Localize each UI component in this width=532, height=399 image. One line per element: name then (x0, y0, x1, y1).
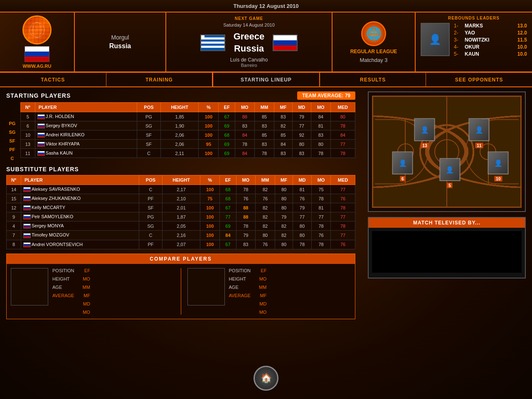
player-ef: 68 (219, 131, 235, 140)
player-mm: 85 (254, 112, 274, 121)
nav-results[interactable]: RESULTS (320, 73, 426, 86)
team-info-section: Morgul Russia (75, 12, 166, 71)
sub-player-md: 78 (293, 240, 311, 249)
compare-divider (181, 268, 181, 315)
referee-location: Barreiro (241, 63, 257, 68)
player-mo2: 81 (311, 121, 330, 131)
nav-see-opponents[interactable]: SEE OPPONENTS (426, 73, 532, 86)
court-player-token[interactable]: 👤 11 (468, 118, 490, 145)
table-row[interactable]: 12 Kelly MCCARTY SF 2,01 100 67 88 82 80… (7, 203, 355, 212)
sub-player-num: 4 (7, 222, 21, 231)
table-row[interactable]: 4 Sergey MONYA SG 2,05 100 69 78 82 82 8… (7, 222, 355, 231)
compare-player-1-stats: POSITION HEIGHT AGE AVERAGE EF MO MM MF … (52, 268, 175, 315)
sub-player-flag (23, 214, 31, 219)
nav-bar: TACTICS TRAINING STARTING LINEUP RESULTS… (0, 73, 532, 87)
court-player-token[interactable]: 👤 13 (413, 118, 436, 145)
court-player-num: 6 (400, 176, 406, 181)
player-num: 10 (20, 131, 35, 140)
matchday-label: Matchday 3 (360, 57, 387, 63)
player-pct: 95 (199, 140, 219, 149)
player-num: 11 (20, 149, 35, 158)
matchup-teams: Greece Russia (234, 31, 265, 54)
table-row[interactable]: 13 Viktor KHRYAPA SF 2,06 95 69 78 83 84… (20, 140, 355, 149)
sub-col-pos: POS (139, 175, 162, 185)
table-row[interactable]: 9 Petr SAMOYLENKO PG 1,87 100 77 88 82 7… (7, 212, 355, 222)
current-date: Thursday 12 August 2010 (233, 3, 298, 9)
nav-training[interactable]: TRAINING (106, 73, 213, 86)
sub-col-mo2: MO (311, 175, 330, 185)
pos-label: PG (6, 119, 18, 128)
court-player-photo-inner: 👤 (393, 152, 412, 173)
sub-player-pct: 100 (200, 203, 219, 212)
sub-player-pct: 100 (200, 222, 219, 231)
sub-player-ef: 84 (220, 231, 236, 240)
sub-player-name: Aleksey SAVRASENKO (21, 185, 139, 194)
sub-player-mo2: 77 (311, 212, 330, 222)
sub-player-mf: 80 (275, 185, 293, 194)
next-game-date: Saturday 14 August 2010 (223, 22, 275, 27)
player-med: 80 (330, 112, 355, 121)
matchup: Greece Russia (200, 31, 298, 54)
sub-player-ef: 69 (220, 222, 236, 231)
col-pct: % (199, 103, 219, 112)
col-num: Nº (20, 103, 35, 112)
court-player-token[interactable]: 👤 6 (391, 151, 414, 178)
sub-player-flag (23, 187, 31, 192)
player-height: 1,85 (160, 112, 199, 121)
sub-player-mo: 83 (236, 240, 255, 249)
televised-content (369, 228, 525, 278)
sub-player-med: 77 (331, 212, 355, 222)
home-button-container: 🏠 (254, 366, 278, 391)
player-flag (37, 133, 45, 138)
subs-players-table: Nº PLAYER POS HEIGHT % EF MO MM MF MD MO… (6, 175, 355, 249)
subs-title: SUBSTITUTE PLAYERS (6, 166, 355, 172)
rebound-name: YAO (465, 30, 515, 36)
player-ef: 69 (219, 121, 235, 131)
table-row[interactable]: 10 Andrei KIRILENKO SF 2,06 100 68 84 85… (20, 131, 355, 140)
court-player-num: 11 (475, 143, 483, 148)
player-mm: 78 (254, 149, 274, 158)
rebound-rank: 5- (454, 51, 462, 57)
compare-values-2: EF MO MM MF MD MO (259, 268, 266, 315)
referee-info: Luís de Carvalho Barreiro (230, 57, 268, 68)
nav-tactics[interactable]: TACTICS (0, 73, 106, 86)
table-row[interactable]: 11 Sasha KAUN C 2,11 100 69 84 78 83 83 … (20, 149, 355, 158)
sub-player-med: 76 (331, 194, 355, 203)
sub-player-pos: PF (139, 194, 162, 203)
player-mo: 78 (235, 140, 255, 149)
court-player-token[interactable]: 👤 5 (438, 158, 461, 185)
table-row[interactable]: 14 Aleksey SAVRASENKO C 2,17 100 68 78 8… (7, 185, 355, 194)
home-icon: 🏠 (261, 373, 272, 384)
compare-player-1: POSITION HEIGHT AGE AVERAGE EF MO MM MF … (11, 268, 175, 315)
table-row[interactable]: 7 Timofey MOZGOV C 2,16 100 84 79 80 82 … (7, 231, 355, 240)
rebound-value: 11.5 (517, 37, 527, 43)
player-mf: 84 (274, 140, 292, 149)
player-pos: C (137, 149, 160, 158)
player-height: 2,06 (160, 140, 199, 149)
player-mo2: 84 (311, 112, 330, 121)
sub-player-mo2: 78 (311, 240, 330, 249)
team-average: TEAM AVERAGE: 79 (297, 91, 355, 100)
next-game-label: NEXT GAME (235, 16, 263, 21)
nav-lineup: STARTING LINEUP (212, 73, 320, 86)
starting-section-header: STARTING PLAYERS TEAM AVERAGE: 79 (6, 91, 355, 100)
player-med: 77 (330, 140, 355, 149)
home-button[interactable]: 🏠 (254, 366, 278, 391)
table-row[interactable]: 8 Andrei VORONTSEVICH PF 2,07 100 67 83 … (7, 240, 355, 249)
player-ef: 69 (219, 140, 235, 149)
table-row[interactable]: 6 Sergey BYKOV SG 1,90 100 69 83 83 82 7… (20, 121, 355, 131)
table-row[interactable]: 5 J.R. HOLDEN PG 1,85 100 67 88 85 83 79… (20, 112, 355, 121)
league-info-section: REGULAR LEAGUE Matchday 3 (332, 12, 416, 71)
svg-point-1 (33, 22, 41, 37)
sub-col-mf: MF (275, 175, 293, 185)
player-num: 6 (20, 121, 35, 131)
sub-player-pct: 100 (200, 231, 219, 240)
rebound-value: 10.0 (517, 51, 527, 57)
col-mf: MF (274, 103, 292, 112)
sub-player-md: 77 (293, 212, 311, 222)
player-mf: 83 (274, 112, 292, 121)
sub-player-height: 2,16 (163, 231, 200, 240)
court-player-token[interactable]: 👤 10 (487, 151, 510, 178)
table-row[interactable]: 15 Aleksey ZHUKANENKO PF 2,10 75 68 76 7… (7, 194, 355, 203)
rebounds-leader-photo: 👤 (421, 23, 450, 56)
